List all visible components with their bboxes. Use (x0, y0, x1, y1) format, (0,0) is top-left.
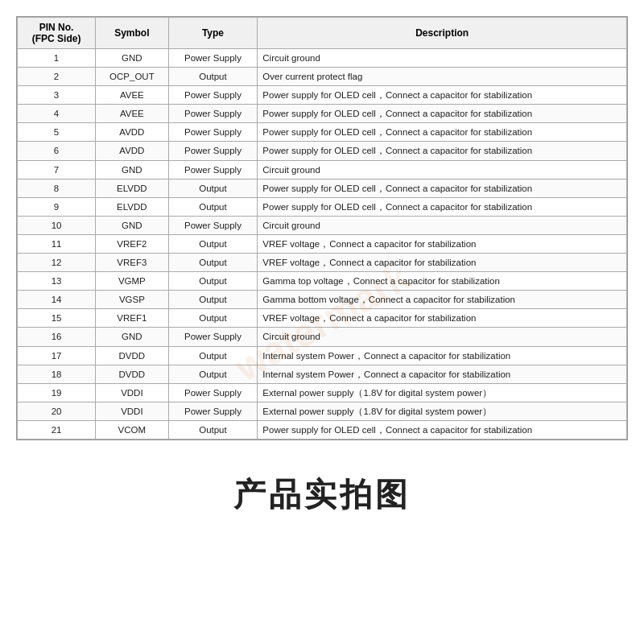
table-row: 7GNDPower SupplyCircuit ground (18, 160, 627, 179)
cell-pin: 13 (18, 272, 96, 291)
cell-desc: Power supply for OLED cell，Connect a cap… (258, 197, 627, 216)
cell-symbol: VDDI (96, 402, 168, 420)
cell-type: Power Supply (168, 160, 258, 179)
table-row: 10GNDPower SupplyCircuit ground (18, 216, 627, 234)
cell-pin: 2 (18, 68, 96, 86)
cell-pin: 12 (18, 254, 96, 272)
pin-table-container: PIN No.(FPC Side) Symbol Type Descriptio… (16, 16, 628, 440)
cell-type: Output (168, 234, 258, 253)
cell-type: Output (168, 68, 258, 86)
cell-pin: 4 (18, 105, 96, 123)
cell-pin: 21 (18, 420, 96, 439)
cell-pin: 8 (18, 179, 96, 197)
pin-table: PIN No.(FPC Side) Symbol Type Descriptio… (17, 17, 627, 440)
table-row: 17DVDDOutputInternal system Power，Connec… (18, 346, 627, 365)
col-header-type: Type (168, 18, 258, 49)
cell-desc: Power supply for OLED cell，Connect a cap… (258, 123, 627, 142)
cell-desc: Power supply for OLED cell，Connect a cap… (258, 179, 627, 197)
cell-type: Power Supply (168, 328, 258, 346)
table-row: 15VREF1OutputVREF voltage，Connect a capa… (18, 309, 627, 328)
cell-pin: 18 (18, 365, 96, 383)
cell-desc: Internal system Power，Connect a capacito… (258, 365, 627, 383)
table-row: 19VDDIPower SupplyExternal power supply（… (18, 383, 627, 402)
table-row: 16GNDPower SupplyCircuit ground (18, 328, 627, 346)
cell-type: Output (168, 272, 258, 291)
table-header-row: PIN No.(FPC Side) Symbol Type Descriptio… (18, 18, 627, 49)
cell-symbol: AVDD (96, 142, 168, 160)
cell-desc: Power supply for OLED cell，Connect a cap… (258, 420, 627, 439)
cell-pin: 14 (18, 291, 96, 309)
col-header-desc: Description (258, 18, 627, 49)
cell-type: Power Supply (168, 216, 258, 234)
cell-type: Power Supply (168, 383, 258, 402)
cell-desc: Power supply for OLED cell，Connect a cap… (258, 86, 627, 105)
cell-type: Output (168, 420, 258, 439)
cell-type: Output (168, 365, 258, 383)
cell-pin: 20 (18, 402, 96, 420)
cell-symbol: VREF3 (96, 254, 168, 272)
cell-desc: Power supply for OLED cell，Connect a cap… (258, 142, 627, 160)
cell-desc: External power supply（1.8V for digital s… (258, 383, 627, 402)
cell-type: Power Supply (168, 402, 258, 420)
cell-pin: 19 (18, 383, 96, 402)
table-row: 4AVEEPower SupplyPower supply for OLED c… (18, 105, 627, 123)
cell-type: Output (168, 291, 258, 309)
table-row: 5AVDDPower SupplyPower supply for OLED c… (18, 123, 627, 142)
cell-symbol: AVEE (96, 105, 168, 123)
cell-type: Output (168, 197, 258, 216)
col-header-pin: PIN No.(FPC Side) (18, 18, 96, 49)
table-row: 1GNDPower SupplyCircuit ground (18, 49, 627, 68)
cell-type: Output (168, 309, 258, 328)
cell-symbol: VGMP (96, 272, 168, 291)
cell-symbol: VGSP (96, 291, 168, 309)
cell-desc: VREF voltage，Connect a capacitor for sta… (258, 234, 627, 253)
table-row: 12VREF3OutputVREF voltage，Connect a capa… (18, 254, 627, 272)
cell-symbol: ELVDD (96, 197, 168, 216)
cell-desc: Gamma top voltage，Connect a capacitor fo… (258, 272, 627, 291)
table-row: 3AVEEPower SupplyPower supply for OLED c… (18, 86, 627, 105)
cell-pin: 7 (18, 160, 96, 179)
table-row: 14VGSPOutputGamma bottom voltage，Connect… (18, 291, 627, 309)
cell-pin: 9 (18, 197, 96, 216)
cell-symbol: OCP_OUT (96, 68, 168, 86)
cell-symbol: DVDD (96, 346, 168, 365)
cell-type: Power Supply (168, 49, 258, 68)
cell-pin: 10 (18, 216, 96, 234)
cell-pin: 1 (18, 49, 96, 68)
cell-pin: 3 (18, 86, 96, 105)
footer-text: 产品实拍图 (233, 473, 411, 517)
col-header-symbol: Symbol (96, 18, 168, 49)
cell-type: Power Supply (168, 86, 258, 105)
cell-symbol: VCOM (96, 420, 168, 439)
cell-symbol: GND (96, 160, 168, 179)
cell-symbol: VDDI (96, 383, 168, 402)
cell-type: Power Supply (168, 105, 258, 123)
cell-pin: 16 (18, 328, 96, 346)
cell-desc: Over current protect flag (258, 68, 627, 86)
cell-pin: 11 (18, 234, 96, 253)
table-row: 2OCP_OUTOutputOver current protect flag (18, 68, 627, 86)
table-row: 18DVDDOutputInternal system Power，Connec… (18, 365, 627, 383)
cell-symbol: VREF2 (96, 234, 168, 253)
cell-desc: Internal system Power，Connect a capacito… (258, 346, 627, 365)
cell-symbol: VREF1 (96, 309, 168, 328)
cell-type: Power Supply (168, 142, 258, 160)
table-row: 11VREF2OutputVREF voltage，Connect a capa… (18, 234, 627, 253)
cell-desc: Gamma bottom voltage，Connect a capacitor… (258, 291, 627, 309)
cell-symbol: GND (96, 328, 168, 346)
cell-type: Output (168, 346, 258, 365)
cell-symbol: ELVDD (96, 179, 168, 197)
cell-desc: VREF voltage，Connect a capacitor for sta… (258, 254, 627, 272)
cell-pin: 5 (18, 123, 96, 142)
cell-desc: VREF voltage，Connect a capacitor for sta… (258, 309, 627, 328)
cell-type: Power Supply (168, 123, 258, 142)
cell-desc: Circuit ground (258, 160, 627, 179)
table-row: 20VDDIPower SupplyExternal power supply（… (18, 402, 627, 420)
table-row: 6AVDDPower SupplyPower supply for OLED c… (18, 142, 627, 160)
cell-desc: Circuit ground (258, 49, 627, 68)
cell-desc: Power supply for OLED cell，Connect a cap… (258, 105, 627, 123)
cell-desc: Circuit ground (258, 216, 627, 234)
cell-desc: External power supply（1.8V for digital s… (258, 402, 627, 420)
table-row: 21VCOMOutputPower supply for OLED cell，C… (18, 420, 627, 439)
cell-pin: 17 (18, 346, 96, 365)
